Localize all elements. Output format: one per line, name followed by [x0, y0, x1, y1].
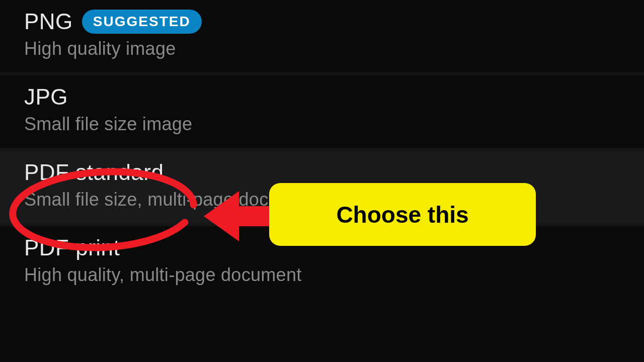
- option-header: PDF standard: [24, 160, 620, 185]
- option-title: JPG: [24, 84, 68, 110]
- option-header: PDF print: [24, 235, 620, 260]
- export-option-jpg[interactable]: JPG Small file size image: [0, 75, 644, 148]
- export-option-pdf-standard[interactable]: PDF standard Small file size, multi-page…: [0, 151, 644, 223]
- option-title: PDF standard: [24, 160, 164, 185]
- option-description: Small file size image: [24, 114, 620, 135]
- option-header: PNG SUGGESTED: [24, 9, 620, 34]
- option-description: High quality image: [24, 38, 620, 59]
- suggested-badge: SUGGESTED: [82, 10, 202, 34]
- export-option-pdf-print[interactable]: PDF print High quality, multi-page docum…: [0, 226, 644, 299]
- option-description: High quality, multi-page document: [24, 264, 620, 286]
- option-description: Small file size, multi-page document: [24, 189, 620, 210]
- export-option-png[interactable]: PNG SUGGESTED High quality image: [0, 0, 644, 72]
- option-title: PNG: [24, 9, 73, 34]
- option-title: PDF print: [24, 235, 120, 260]
- option-header: JPG: [24, 84, 620, 110]
